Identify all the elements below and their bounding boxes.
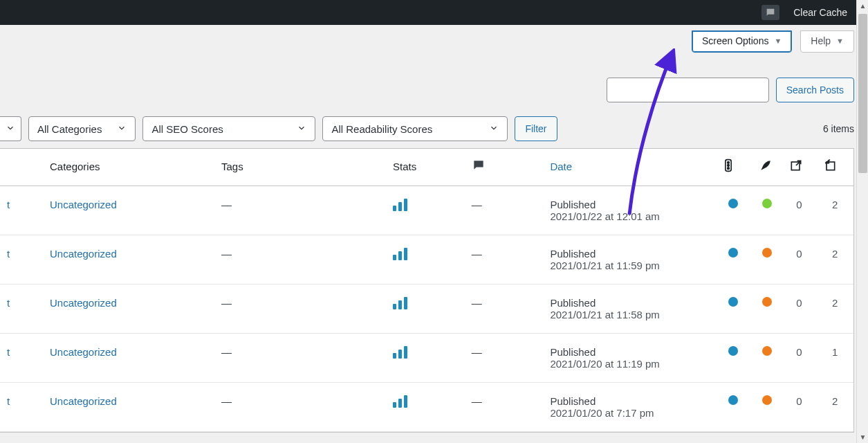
col-outgoing-links[interactable] bbox=[782, 149, 817, 186]
incoming-links-count: 2 bbox=[816, 186, 853, 235]
seo-score-dot bbox=[728, 297, 738, 307]
category-link[interactable]: Uncategorized bbox=[50, 248, 117, 260]
incoming-links-count: 2 bbox=[816, 284, 853, 334]
help-label: Help bbox=[811, 35, 831, 46]
col-readability-score[interactable] bbox=[752, 149, 782, 186]
chevron-down-icon bbox=[6, 123, 15, 135]
stats-icon[interactable] bbox=[393, 199, 407, 211]
filter-row: All Categories All SEO Scores All Readab… bbox=[0, 116, 854, 141]
outgoing-links-count: 0 bbox=[782, 284, 817, 334]
svg-point-1 bbox=[728, 162, 730, 164]
filter-categories-label: All Categories bbox=[37, 123, 102, 135]
search-input[interactable] bbox=[607, 78, 769, 102]
readability-score-dot bbox=[762, 346, 772, 356]
table-header-row: Categories Tags Stats Date bbox=[0, 149, 853, 186]
admin-bar: Clear Cache bbox=[0, 0, 868, 25]
comment-icon bbox=[761, 5, 779, 20]
post-title-link[interactable]: t bbox=[7, 199, 10, 210]
seo-score-dot bbox=[728, 199, 738, 208]
table-row[interactable]: tUncategorized——Published2021/01/20 at 7… bbox=[0, 383, 853, 432]
category-link[interactable]: Uncategorized bbox=[50, 346, 117, 358]
filter-readability-label: All Readability Scores bbox=[331, 123, 432, 135]
tags-empty: — bbox=[221, 297, 232, 309]
caret-down-icon: ▼ bbox=[836, 37, 844, 45]
seo-score-dot bbox=[728, 248, 738, 257]
date-cell: Published2021/01/21 at 11:58 pm bbox=[543, 284, 714, 334]
comment-icon bbox=[472, 159, 486, 172]
comments-empty: — bbox=[472, 395, 482, 407]
caret-down-icon: ▼ bbox=[774, 37, 782, 45]
incoming-links-icon bbox=[823, 159, 837, 172]
table-row[interactable]: tUncategorized——Published2021/01/22 at 1… bbox=[0, 186, 853, 235]
screen-meta: Screen Options ▼ Help ▼ bbox=[692, 30, 854, 53]
seo-score-dot bbox=[728, 346, 738, 356]
comments-empty: — bbox=[472, 297, 482, 309]
comments-empty: — bbox=[472, 248, 482, 260]
incoming-links-count: 2 bbox=[816, 383, 853, 432]
items-count: 6 items bbox=[823, 123, 854, 134]
filter-seo-label: All SEO Scores bbox=[151, 123, 223, 135]
search-row: Search Posts bbox=[607, 78, 854, 102]
chevron-down-icon bbox=[297, 123, 306, 135]
comments-empty: — bbox=[472, 199, 482, 210]
post-title-link[interactable]: t bbox=[7, 248, 10, 260]
readability-score-dot bbox=[762, 297, 772, 307]
col-comments[interactable] bbox=[465, 149, 544, 186]
readability-score-dot bbox=[762, 199, 772, 208]
svg-point-3 bbox=[728, 168, 730, 170]
svg-point-2 bbox=[728, 165, 730, 167]
outgoing-links-count: 0 bbox=[782, 383, 817, 432]
category-link[interactable]: Uncategorized bbox=[50, 199, 117, 210]
col-categories[interactable]: Categories bbox=[43, 149, 214, 186]
feather-icon bbox=[759, 159, 773, 172]
scroll-up-icon[interactable]: ▲ bbox=[857, 0, 868, 12]
stats-icon[interactable] bbox=[393, 248, 407, 260]
post-title-link[interactable]: t bbox=[7, 297, 10, 309]
post-title-link[interactable]: t bbox=[7, 346, 10, 358]
date-cell: Published2021/01/20 at 11:19 pm bbox=[543, 334, 714, 383]
col-date-link[interactable]: Date bbox=[550, 161, 572, 172]
stats-icon[interactable] bbox=[393, 297, 407, 309]
help-button[interactable]: Help ▼ bbox=[800, 30, 854, 53]
category-link[interactable]: Uncategorized bbox=[50, 395, 117, 407]
outgoing-links-count: 0 bbox=[782, 334, 817, 383]
filter-categories-select[interactable]: All Categories bbox=[28, 116, 136, 141]
select-partial-left[interactable] bbox=[0, 116, 21, 141]
filter-readability-select[interactable]: All Readability Scores bbox=[322, 116, 508, 141]
col-tags[interactable]: Tags bbox=[214, 149, 386, 186]
posts-table: Categories Tags Stats Date bbox=[0, 148, 854, 433]
col-incoming-links[interactable] bbox=[816, 149, 853, 186]
incoming-links-count: 1 bbox=[816, 334, 853, 383]
scrollbar-thumb[interactable] bbox=[858, 14, 867, 173]
col-date[interactable]: Date bbox=[543, 149, 714, 186]
category-link[interactable]: Uncategorized bbox=[50, 297, 117, 309]
date-cell: Published2021/01/20 at 7:17 pm bbox=[543, 383, 714, 432]
chevron-down-icon bbox=[117, 123, 127, 135]
col-stats[interactable]: Stats bbox=[386, 149, 465, 186]
tags-empty: — bbox=[221, 395, 232, 407]
date-cell: Published2021/01/21 at 11:59 pm bbox=[543, 235, 714, 284]
table-row[interactable]: tUncategorized——Published2021/01/21 at 1… bbox=[0, 235, 853, 284]
col-seo-score[interactable] bbox=[714, 149, 752, 186]
adminbar-comments[interactable] bbox=[755, 0, 786, 25]
screen-options-button[interactable]: Screen Options ▼ bbox=[692, 30, 792, 53]
chevron-down-icon bbox=[489, 123, 499, 135]
tags-empty: — bbox=[221, 248, 232, 260]
incoming-links-count: 2 bbox=[816, 235, 853, 284]
traffic-light-icon bbox=[721, 159, 735, 172]
search-posts-button[interactable]: Search Posts bbox=[776, 78, 854, 102]
table-row[interactable]: tUncategorized——Published2021/01/21 at 1… bbox=[0, 284, 853, 334]
scrollbar[interactable]: ▲ ▼ bbox=[856, 0, 868, 443]
adminbar-clear-cache[interactable]: Clear Cache bbox=[786, 0, 854, 25]
filter-seo-select[interactable]: All SEO Scores bbox=[142, 116, 315, 141]
stats-icon[interactable] bbox=[393, 395, 407, 408]
scroll-down-icon[interactable]: ▼ bbox=[857, 431, 868, 443]
stats-icon[interactable] bbox=[393, 346, 407, 359]
filter-button[interactable]: Filter bbox=[515, 116, 557, 141]
col-title[interactable] bbox=[0, 149, 43, 186]
outgoing-links-icon bbox=[789, 159, 803, 172]
table-row[interactable]: tUncategorized——Published2021/01/20 at 1… bbox=[0, 334, 853, 383]
comments-empty: — bbox=[472, 346, 482, 358]
post-title-link[interactable]: t bbox=[7, 395, 10, 407]
seo-score-dot bbox=[728, 395, 738, 405]
